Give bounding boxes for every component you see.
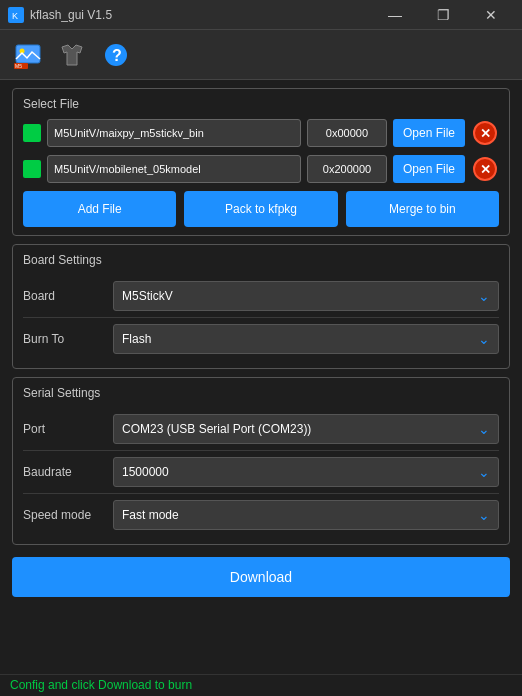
file1-delete-button[interactable]: ✕ [471,119,499,147]
baudrate-value: 1500000 [122,465,169,479]
burn-to-chevron-icon: ⌄ [478,331,490,347]
shirt-toolbar-button[interactable] [54,37,90,73]
port-row: Port COM23 (USB Serial Port (COM23)) ⌄ [23,408,499,451]
baudrate-dropdown[interactable]: 1500000 ⌄ [113,457,499,487]
minimize-button[interactable]: — [372,0,418,30]
port-label: Port [23,422,113,436]
file2-addr-input[interactable] [307,155,387,183]
toolbar: M5 ? [0,30,522,80]
baudrate-label: Baudrate [23,465,113,479]
port-chevron-icon: ⌄ [478,421,490,437]
merge-button[interactable]: Merge to bin [346,191,499,227]
status-text: Config and click Download to burn [10,678,192,692]
board-value: M5StickV [122,289,173,303]
board-dropdown[interactable]: M5StickV ⌄ [113,281,499,311]
status-bar: Config and click Download to burn [0,674,522,696]
restore-button[interactable]: ❐ [420,0,466,30]
burn-to-value: Flash [122,332,151,346]
help-toolbar-button[interactable]: ? [98,37,134,73]
board-label: Board [23,289,113,303]
file2-delete-icon: ✕ [473,157,497,181]
pack-button[interactable]: Pack to kfpkg [184,191,337,227]
file-row-2: Open File ✕ [23,155,499,183]
svg-text:K: K [12,11,18,21]
window-controls: — ❐ ✕ [372,0,514,30]
select-file-title: Select File [23,97,499,111]
board-settings-title: Board Settings [23,253,499,267]
port-dropdown[interactable]: COM23 (USB Serial Port (COM23)) ⌄ [113,414,499,444]
speed-mode-label: Speed mode [23,508,113,522]
file1-delete-icon: ✕ [473,121,497,145]
speed-mode-value: Fast mode [122,508,179,522]
speed-mode-dropdown[interactable]: Fast mode ⌄ [113,500,499,530]
board-settings-section: Board Settings Board M5StickV ⌄ Burn To … [12,244,510,369]
board-chevron-icon: ⌄ [478,288,490,304]
download-button[interactable]: Download [12,557,510,597]
action-buttons: Add File Pack to kfpkg Merge to bin [23,191,499,227]
serial-settings-section: Serial Settings Port COM23 (USB Serial P… [12,377,510,545]
image-toolbar-button[interactable]: M5 [10,37,46,73]
shirt-icon [58,41,86,69]
title-bar: K kflash_gui V1.5 — ❐ ✕ [0,0,522,30]
file1-addr-input[interactable] [307,119,387,147]
baudrate-row: Baudrate 1500000 ⌄ [23,451,499,494]
select-file-section: Select File Open File ✕ Open File ✕ Add … [12,88,510,236]
app-icon: K [8,7,24,23]
file2-name-input[interactable] [47,155,301,183]
speed-mode-chevron-icon: ⌄ [478,507,490,523]
question-icon: ? [102,41,130,69]
add-file-button[interactable]: Add File [23,191,176,227]
speed-mode-row: Speed mode Fast mode ⌄ [23,494,499,536]
board-row: Board M5StickV ⌄ [23,275,499,318]
svg-text:M5: M5 [15,63,22,69]
serial-settings-title: Serial Settings [23,386,499,400]
svg-text:?: ? [112,47,122,64]
port-value: COM23 (USB Serial Port (COM23)) [122,422,311,436]
close-button[interactable]: ✕ [468,0,514,30]
file2-open-button[interactable]: Open File [393,155,465,183]
file1-indicator [23,124,41,142]
svg-rect-2 [16,45,40,63]
baudrate-chevron-icon: ⌄ [478,464,490,480]
download-section: Download [12,557,510,597]
file2-delete-button[interactable]: ✕ [471,155,499,183]
file1-open-button[interactable]: Open File [393,119,465,147]
file-row-1: Open File ✕ [23,119,499,147]
burn-to-label: Burn To [23,332,113,346]
burn-to-row: Burn To Flash ⌄ [23,318,499,360]
burn-to-dropdown[interactable]: Flash ⌄ [113,324,499,354]
window-title: kflash_gui V1.5 [30,8,372,22]
main-content: Select File Open File ✕ Open File ✕ Add … [0,80,522,696]
file1-name-input[interactable] [47,119,301,147]
image-icon: M5 [14,41,42,69]
file2-indicator [23,160,41,178]
